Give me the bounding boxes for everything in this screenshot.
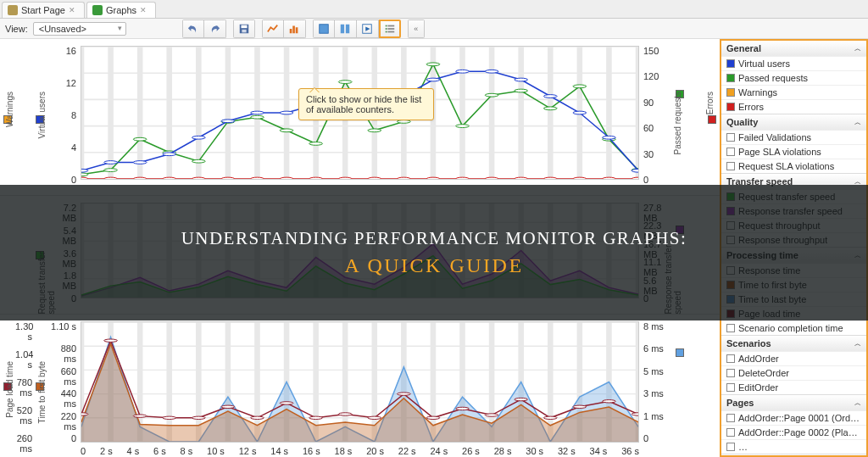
layout-columns-button[interactable] bbox=[335, 20, 357, 38]
section-header[interactable]: Quality︿ bbox=[721, 114, 866, 130]
svg-point-97 bbox=[485, 177, 498, 179]
svg-point-158 bbox=[163, 416, 176, 419]
color-swatch bbox=[726, 59, 735, 68]
chart-bar-button[interactable] bbox=[284, 20, 306, 38]
svg-point-90 bbox=[280, 177, 293, 179]
close-icon[interactable]: ✕ bbox=[69, 6, 75, 14]
svg-point-88 bbox=[221, 177, 235, 179]
counter-list-button[interactable] bbox=[379, 20, 401, 38]
svg-point-168 bbox=[456, 407, 470, 410]
svg-point-81 bbox=[603, 136, 616, 139]
svg-rect-14 bbox=[387, 28, 394, 30]
checkbox[interactable] bbox=[726, 148, 735, 156]
svg-point-169 bbox=[485, 414, 498, 416]
counter-label: AddOrder::Page 0001 (Order c bbox=[738, 413, 861, 423]
svg-point-93 bbox=[368, 177, 381, 179]
svg-point-162 bbox=[280, 402, 293, 404]
checkbox[interactable] bbox=[726, 428, 735, 437]
counter-row[interactable]: DeleteOrder bbox=[721, 365, 866, 380]
redo-button[interactable] bbox=[204, 20, 226, 38]
svg-point-54 bbox=[397, 120, 410, 124]
layout-single-button[interactable] bbox=[313, 20, 335, 38]
sidebar-section: Scenarios︿AddOrderDeleteOrderEditOrder bbox=[721, 336, 866, 395]
more-button[interactable]: « bbox=[408, 20, 425, 38]
svg-rect-4 bbox=[292, 25, 295, 33]
svg-point-85 bbox=[133, 177, 147, 179]
svg-point-91 bbox=[309, 177, 323, 179]
start-page-icon bbox=[8, 5, 18, 15]
svg-point-98 bbox=[515, 177, 528, 179]
svg-point-101 bbox=[603, 177, 616, 179]
svg-point-58 bbox=[515, 89, 528, 92]
save-button[interactable] bbox=[233, 20, 255, 38]
counter-row[interactable]: AddOrder::Page 0001 (Order c bbox=[721, 410, 866, 425]
graph-toolbar: « bbox=[182, 20, 431, 38]
svg-point-82 bbox=[632, 169, 638, 172]
counter-label: Failed Validations bbox=[738, 132, 811, 142]
checkbox[interactable] bbox=[726, 443, 735, 451]
counter-row[interactable]: Errors bbox=[721, 99, 866, 114]
svg-point-43 bbox=[81, 173, 88, 176]
section-header[interactable]: Pages︿ bbox=[721, 395, 866, 410]
counter-row[interactable]: Page SLA violations bbox=[721, 144, 866, 159]
svg-rect-15 bbox=[385, 31, 387, 32]
counter-label: Warnings bbox=[738, 87, 777, 98]
checkbox[interactable] bbox=[726, 162, 735, 170]
section-title: Pages bbox=[726, 398, 754, 408]
svg-rect-3 bbox=[290, 29, 292, 33]
view-select[interactable]: <Unsaved> bbox=[33, 22, 126, 36]
svg-point-79 bbox=[543, 95, 557, 98]
svg-point-159 bbox=[192, 416, 205, 419]
svg-rect-6 bbox=[319, 24, 328, 33]
counter-label: Errors bbox=[738, 102, 764, 112]
checkbox[interactable] bbox=[726, 354, 735, 363]
counter-row[interactable]: Request SLA violations bbox=[721, 159, 866, 173]
axis-label-warnings: Warnings bbox=[5, 92, 14, 127]
counter-row[interactable]: Failed Validations bbox=[721, 130, 866, 144]
svg-point-102 bbox=[632, 177, 638, 179]
tab-graphs[interactable]: Graphs ✕ bbox=[86, 2, 156, 18]
color-swatch bbox=[726, 88, 735, 97]
overlay-title: UNDERSTANDING PERFORMANCE MONITOR GRAPHS… bbox=[181, 228, 687, 249]
layout-columns-icon bbox=[339, 23, 351, 35]
checkbox[interactable] bbox=[726, 369, 735, 377]
chart-processing-time: Page load time Time to first byte 260 ms… bbox=[0, 315, 720, 457]
chevron-up-icon: ︿ bbox=[854, 398, 861, 408]
tab-start-page[interactable]: Start Page ✕ bbox=[2, 2, 85, 18]
svg-point-157 bbox=[133, 415, 147, 417]
list-icon bbox=[384, 23, 396, 35]
chart-line-button[interactable] bbox=[262, 20, 284, 38]
redo-icon bbox=[209, 23, 220, 35]
play-button[interactable] bbox=[357, 20, 379, 38]
y-ticks-left: 0481216 bbox=[49, 39, 76, 195]
sidebar-section: Pages︿AddOrder::Page 0001 (Order cAddOrd… bbox=[721, 395, 866, 454]
svg-point-173 bbox=[603, 400, 616, 403]
plot-area[interactable] bbox=[81, 321, 639, 443]
counter-label: DeleteOrder bbox=[738, 368, 789, 378]
counter-row[interactable]: EditOrder bbox=[721, 380, 866, 394]
chart-bar-icon bbox=[288, 23, 300, 35]
svg-rect-1 bbox=[241, 25, 247, 28]
counter-row[interactable]: AddOrder::Page 0002 (Placing bbox=[721, 425, 866, 439]
svg-point-170 bbox=[515, 398, 528, 400]
counter-row[interactable]: Passed requests bbox=[721, 70, 866, 85]
svg-point-95 bbox=[426, 177, 440, 179]
section-header[interactable]: General︿ bbox=[721, 41, 866, 56]
svg-point-163 bbox=[309, 416, 323, 419]
checkbox[interactable] bbox=[726, 133, 735, 142]
counter-row[interactable]: Scenario completion time bbox=[721, 320, 866, 335]
y-ticks-right: 0306090120150 bbox=[643, 39, 670, 195]
checkbox[interactable] bbox=[726, 324, 735, 332]
svg-point-167 bbox=[426, 416, 440, 419]
counter-row[interactable]: Virtual users bbox=[721, 56, 866, 70]
section-header[interactable]: Scenarios︿ bbox=[721, 336, 866, 351]
checkbox[interactable] bbox=[726, 383, 735, 392]
svg-rect-13 bbox=[385, 28, 387, 30]
counter-row[interactable]: AddOrder bbox=[721, 351, 866, 365]
close-icon[interactable]: ✕ bbox=[140, 6, 147, 14]
view-toolbar: View: <Unsaved> « bbox=[0, 19, 868, 39]
counter-row[interactable]: … bbox=[721, 439, 866, 454]
counter-row[interactable]: Warnings bbox=[721, 85, 866, 99]
undo-button[interactable] bbox=[182, 20, 204, 38]
checkbox[interactable] bbox=[726, 414, 735, 422]
